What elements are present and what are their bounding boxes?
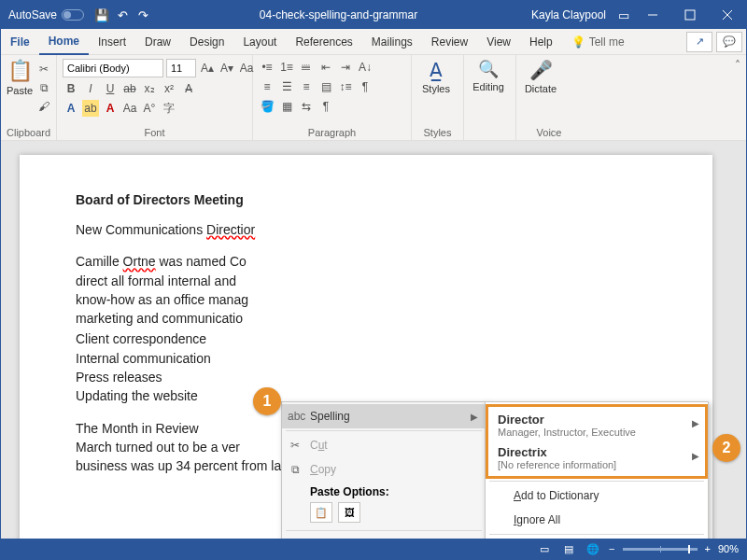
editing-button[interactable]: 🔍 Editing bbox=[470, 59, 507, 92]
redo-icon[interactable]: ↷ bbox=[134, 7, 151, 23]
sort-icon[interactable]: A↓ bbox=[357, 59, 374, 76]
tab-insert[interactable]: Insert bbox=[89, 29, 135, 55]
web-layout-icon[interactable]: 🌐 bbox=[585, 540, 601, 557]
tab-help[interactable]: Help bbox=[520, 29, 562, 55]
strike-icon[interactable]: ab bbox=[121, 80, 138, 97]
list-item: Internal communication bbox=[76, 351, 211, 366]
dictate-button[interactable]: 🎤 Dictate bbox=[522, 59, 559, 94]
shrink-font-icon[interactable]: A▾ bbox=[218, 60, 235, 77]
grow-font-icon[interactable]: A▴ bbox=[199, 60, 216, 77]
zoom-level[interactable]: 90% bbox=[718, 543, 739, 554]
undo-icon[interactable]: ↶ bbox=[114, 7, 131, 23]
clear-format-icon[interactable]: A̶ bbox=[180, 80, 197, 97]
ctx-cut[interactable]: ✂Cut bbox=[282, 433, 486, 457]
shading-icon[interactable]: 🪣 bbox=[259, 98, 275, 115]
enclose-icon[interactable]: A° bbox=[141, 100, 158, 117]
document-area: Board of Directors Meeting New Communica… bbox=[1, 141, 746, 539]
group-font: Font bbox=[63, 125, 247, 138]
cut-icon[interactable]: ✂ bbox=[35, 61, 52, 77]
tell-me[interactable]: 💡Tell me bbox=[571, 35, 625, 49]
suggestions-highlight: Director Manager, Instructor, Executive … bbox=[486, 404, 708, 479]
align-right-icon[interactable]: ≡ bbox=[298, 78, 315, 95]
tab-layout[interactable]: Layout bbox=[233, 29, 286, 55]
tab-file[interactable]: File bbox=[1, 29, 39, 55]
format-painter-icon[interactable]: 🖌 bbox=[35, 98, 52, 115]
tab-view[interactable]: View bbox=[477, 29, 520, 55]
line-spacing-icon[interactable]: ↕≡ bbox=[337, 78, 354, 95]
text-effects-icon[interactable]: A bbox=[63, 100, 79, 117]
superscript-icon[interactable]: x² bbox=[161, 80, 177, 97]
autosave-toggle[interactable]: AutoSave bbox=[1, 8, 92, 21]
comments-button[interactable]: 💬 bbox=[716, 32, 742, 52]
see-more[interactable]: 📖See More bbox=[486, 537, 708, 539]
list: Client correspondence Internal communica… bbox=[76, 329, 656, 405]
decrease-indent-icon[interactable]: ⇤ bbox=[317, 59, 334, 76]
zoom-out-icon[interactable]: − bbox=[609, 543, 614, 554]
text: The Month in Review bbox=[76, 421, 199, 436]
tab-references[interactable]: References bbox=[286, 29, 361, 55]
paste-keep-source-icon[interactable]: 📋 bbox=[310, 502, 332, 523]
font-color-icon[interactable]: A bbox=[102, 100, 119, 117]
paste-button[interactable]: 📋 Paste bbox=[7, 59, 33, 96]
separator bbox=[489, 534, 704, 535]
phonetic-icon[interactable]: 字 bbox=[161, 100, 177, 117]
read-mode-icon[interactable]: ▭ bbox=[536, 540, 553, 557]
user-name[interactable]: Kayla Claypool bbox=[524, 8, 613, 21]
ctx-copy[interactable]: ⧉Copy bbox=[282, 457, 486, 482]
spelling-error[interactable]: Ortne bbox=[123, 254, 156, 269]
dictate-label: Dictate bbox=[525, 83, 557, 94]
align-left-icon[interactable]: ≡ bbox=[259, 78, 275, 95]
suggestion-director[interactable]: Director Manager, Instructor, Executive … bbox=[488, 409, 705, 441]
separator bbox=[286, 530, 482, 531]
show-marks-icon[interactable]: ¶ bbox=[357, 78, 374, 95]
multilevel-icon[interactable]: ⩸ bbox=[298, 59, 315, 76]
highlight-icon[interactable]: ab bbox=[82, 100, 99, 117]
tab-design[interactable]: Design bbox=[180, 29, 233, 55]
paragraph-mark-icon[interactable]: ¶ bbox=[317, 98, 334, 115]
maximize-button[interactable] bbox=[671, 1, 709, 29]
add-to-dictionary[interactable]: Add to Dictionary bbox=[486, 483, 708, 508]
ctx-label: Copy bbox=[310, 463, 336, 476]
separator bbox=[286, 430, 482, 431]
font-name-combo[interactable]: Calibri (Body) bbox=[63, 59, 163, 77]
increase-indent-icon[interactable]: ⇥ bbox=[337, 59, 354, 76]
font-size-combo[interactable]: 11 bbox=[166, 59, 196, 77]
italic-icon[interactable]: I bbox=[82, 80, 99, 97]
underline-icon[interactable]: U bbox=[102, 80, 119, 97]
collapse-ribbon-icon[interactable]: ˄ bbox=[729, 55, 746, 140]
zoom-in-icon[interactable]: + bbox=[705, 543, 711, 554]
share-button[interactable]: ↗ bbox=[686, 32, 712, 52]
print-layout-icon[interactable]: ▤ bbox=[560, 540, 577, 557]
tab-home[interactable]: Home bbox=[39, 29, 89, 55]
minimize-button[interactable] bbox=[634, 1, 671, 29]
borders-icon[interactable]: ▦ bbox=[278, 98, 295, 115]
subscript-icon[interactable]: x₂ bbox=[141, 80, 158, 97]
zoom-slider[interactable] bbox=[623, 548, 698, 551]
styles-button[interactable]: A̲ Styles bbox=[417, 59, 455, 94]
ctx-spelling[interactable]: abc Spelling ▶ bbox=[282, 404, 486, 428]
spelling-error[interactable]: Directior bbox=[206, 222, 255, 237]
bold-icon[interactable]: B bbox=[63, 80, 79, 97]
suggestion-directrix[interactable]: Directrix [No reference information] ▶ bbox=[488, 441, 705, 474]
save-icon[interactable]: 💾 bbox=[93, 7, 110, 23]
numbering-icon[interactable]: 1≡ bbox=[278, 59, 295, 76]
character-style-icon[interactable]: Aa bbox=[121, 100, 138, 117]
document-title: 04-check-spelling-and-grammar bbox=[153, 8, 524, 21]
close-button[interactable] bbox=[709, 1, 746, 29]
align-center-icon[interactable]: ☰ bbox=[278, 78, 295, 95]
group-editing bbox=[470, 125, 510, 138]
justify-icon[interactable]: ▤ bbox=[317, 78, 334, 95]
bullets-icon[interactable]: •≡ bbox=[259, 59, 275, 76]
context-menu: abc Spelling ▶ ✂Cut ⧉Copy Paste Options:… bbox=[281, 401, 486, 539]
copy-icon[interactable]: ⧉ bbox=[35, 79, 52, 96]
separator bbox=[489, 481, 704, 482]
ctx-label: Ignore All bbox=[514, 513, 560, 526]
tab-icon[interactable]: ⇆ bbox=[298, 98, 315, 115]
paste-picture-icon[interactable]: 🖼 bbox=[338, 502, 360, 523]
ctx-insert-doc-item[interactable]: 📄Insert Document Item bbox=[282, 533, 486, 539]
ignore-all[interactable]: Ignore All bbox=[486, 508, 708, 532]
ribbon-display-icon[interactable]: ▭ bbox=[615, 7, 632, 23]
tab-draw[interactable]: Draw bbox=[135, 29, 180, 55]
tab-review[interactable]: Review bbox=[422, 29, 477, 55]
tab-mailings[interactable]: Mailings bbox=[362, 29, 422, 55]
